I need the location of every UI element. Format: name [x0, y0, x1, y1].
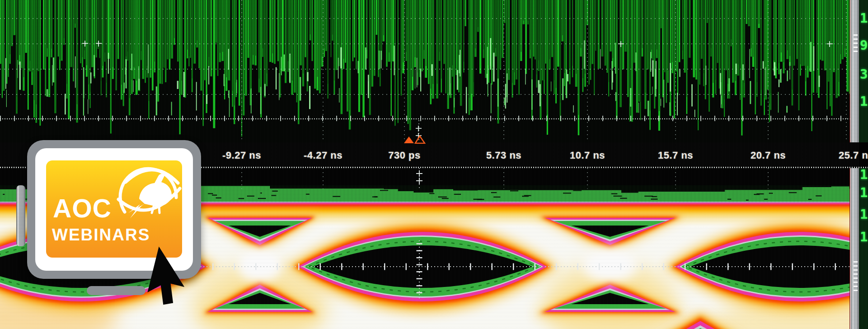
gridline-vertical	[241, 168, 242, 189]
readout-value: 1.	[860, 208, 868, 221]
gridline-vertical	[323, 168, 324, 189]
monitor-stand	[87, 286, 145, 295]
grid-cross-tick	[82, 41, 88, 47]
bird-globe-icon	[108, 160, 182, 235]
time-axis-label: -4.27 ns	[304, 150, 343, 161]
slider-tick-marks	[854, 261, 858, 294]
gridline-vertical	[846, 0, 847, 142]
time-axis-label: 5.73 ns	[486, 150, 521, 161]
waveform-panel	[0, 0, 851, 142]
trigger-marker-icon[interactable]	[404, 135, 426, 144]
readout-value: 1.	[860, 230, 868, 244]
gridline-vertical	[404, 0, 405, 142]
time-axis-label: 10.7 ns	[570, 150, 605, 161]
readout-value: 1.	[860, 186, 868, 199]
time-axis-label: -9.27 ns	[222, 150, 261, 161]
gridline-vertical	[503, 0, 504, 142]
gridline-vertical	[675, 0, 676, 142]
oscilloscope-screen: -9.27 ns -4.27 ns 730 ps 5.73 ns 10.7 ns…	[0, 0, 868, 329]
gridline-vertical	[323, 0, 324, 142]
gridline-horizontal	[0, 18, 851, 19]
logo-title: AOC	[53, 196, 112, 221]
left-slider[interactable]	[16, 185, 25, 246]
readout-value: 9	[860, 39, 868, 52]
logo-screen-background: AOC WEBINARS	[46, 160, 182, 258]
logo-subtitle: WEBINARS	[52, 226, 150, 243]
gridline-vertical	[768, 168, 769, 189]
grid-cross-tick	[96, 41, 102, 47]
gridline-vertical	[675, 168, 676, 189]
time-axis-label: 20.7 ns	[751, 150, 786, 161]
gridline-vertical	[587, 0, 588, 142]
time-axis-label: 25.7 ns	[839, 150, 868, 161]
grid-cross-tick	[827, 41, 833, 47]
grid-cross-tick	[618, 41, 624, 47]
readout-value: 1.	[860, 12, 868, 25]
time-axis-label: 730 ps	[388, 150, 421, 161]
reference-cross-tick	[416, 126, 422, 132]
gridline-vertical	[503, 168, 504, 189]
slider-tick-marks	[854, 34, 858, 53]
gridline-vertical	[768, 0, 769, 142]
time-axis-label: 15.7 ns	[658, 150, 693, 161]
gridline-vertical	[241, 0, 242, 142]
readout-value: 1.	[860, 168, 868, 181]
gridline-horizontal	[0, 94, 851, 95]
gridline-horizontal	[0, 69, 851, 70]
axis-tick-marks	[0, 116, 851, 121]
readout-value: 1	[860, 95, 868, 108]
gridline-horizontal	[0, 43, 851, 44]
readout-value: 3	[860, 68, 868, 81]
gridline-vertical	[587, 168, 588, 189]
